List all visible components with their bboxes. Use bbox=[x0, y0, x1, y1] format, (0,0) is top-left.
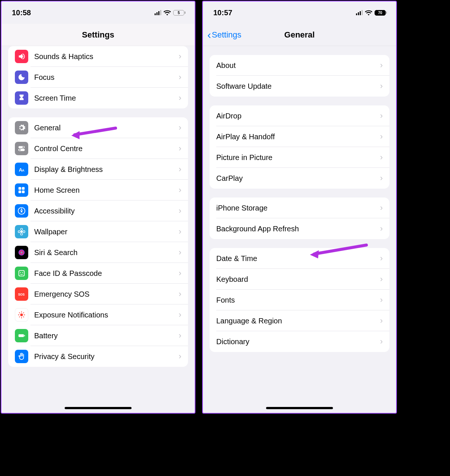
row-label: Accessibility bbox=[34, 207, 179, 215]
svg-rect-7 bbox=[22, 187, 25, 190]
row-label: Sounds & Haptics bbox=[34, 52, 179, 61]
row-wallpaper[interactable]: Wallpaper› bbox=[8, 221, 188, 242]
chevron-right-icon: › bbox=[380, 111, 383, 121]
row-battery[interactable]: Battery› bbox=[8, 325, 188, 346]
chevron-right-icon: › bbox=[179, 310, 181, 320]
wifi-icon bbox=[365, 10, 372, 16]
chevron-right-icon: › bbox=[380, 153, 383, 162]
general-group-2: AirDrop›AirPlay & Handoff›Picture in Pic… bbox=[210, 105, 389, 189]
speaker-icon bbox=[15, 50, 28, 63]
svg-point-16 bbox=[23, 231, 25, 233]
svg-rect-6 bbox=[19, 187, 21, 190]
row-label: Siri & Search bbox=[34, 248, 179, 257]
row-sounds-haptics[interactable]: Sounds & Haptics› bbox=[8, 46, 188, 67]
status-right: 5 bbox=[155, 10, 184, 16]
row-label: CarPlay bbox=[216, 174, 380, 183]
row-label: iPhone Storage bbox=[216, 204, 380, 212]
row-about[interactable]: About› bbox=[210, 55, 389, 76]
siri-icon bbox=[15, 246, 28, 259]
row-dictionary[interactable]: Dictionary› bbox=[210, 331, 389, 352]
svg-point-3 bbox=[19, 149, 20, 151]
row-label: Display & Brightness bbox=[34, 165, 179, 174]
svg-rect-31 bbox=[19, 334, 24, 337]
row-exposure-notifications[interactable]: Exposure Notifications› bbox=[8, 304, 188, 325]
chevron-right-icon: › bbox=[179, 144, 181, 153]
cellular-icon bbox=[356, 10, 363, 15]
wifi-icon bbox=[164, 10, 171, 16]
svg-rect-18 bbox=[19, 271, 25, 276]
row-privacy-security[interactable]: Privacy & Security› bbox=[8, 346, 188, 367]
settings-group-2: General›Control Centre›AADisplay & Brigh… bbox=[8, 117, 188, 367]
row-screen-time[interactable]: Screen Time› bbox=[8, 88, 188, 108]
page-title: Settings bbox=[82, 30, 114, 40]
back-label: Settings bbox=[212, 30, 242, 40]
row-label: Fonts bbox=[216, 296, 380, 304]
sos-icon: SOS bbox=[15, 287, 28, 301]
row-general[interactable]: General› bbox=[8, 117, 188, 138]
svg-point-22 bbox=[20, 313, 23, 316]
row-fonts[interactable]: Fonts› bbox=[210, 290, 389, 310]
general-group-3: iPhone Storage›Background App Refresh› bbox=[210, 198, 389, 239]
svg-point-11 bbox=[21, 209, 22, 210]
row-label: Software Update bbox=[216, 82, 380, 91]
status-bar: 10:57 70 bbox=[203, 1, 396, 24]
row-date-time[interactable]: Date & Time› bbox=[210, 248, 389, 269]
svg-text:A: A bbox=[22, 169, 25, 172]
back-button[interactable]: ‹ Settings bbox=[207, 29, 242, 40]
svg-point-20 bbox=[22, 272, 23, 273]
svg-point-15 bbox=[18, 231, 20, 233]
row-focus[interactable]: Focus› bbox=[8, 67, 188, 88]
svg-point-2 bbox=[23, 146, 24, 148]
moon-icon bbox=[15, 71, 28, 84]
row-siri-search[interactable]: Siri & Search› bbox=[8, 242, 188, 263]
row-keyboard[interactable]: Keyboard› bbox=[210, 269, 389, 290]
row-label: Picture in Picture bbox=[216, 153, 380, 162]
hourglass-icon bbox=[15, 91, 28, 105]
row-language-region[interactable]: Language & Region› bbox=[210, 310, 389, 331]
chevron-right-icon: › bbox=[179, 352, 181, 361]
row-airplay-handoff[interactable]: AirPlay & Handoff› bbox=[210, 126, 389, 147]
row-label: About bbox=[216, 61, 380, 70]
row-label: Focus bbox=[34, 73, 179, 82]
chevron-right-icon: › bbox=[179, 185, 181, 195]
chevron-right-icon: › bbox=[380, 254, 383, 263]
svg-line-27 bbox=[19, 313, 20, 313]
general-group-4: Date & Time›Keyboard›Fonts›Language & Re… bbox=[210, 248, 389, 352]
row-emergency-sos[interactable]: SOSEmergency SOS› bbox=[8, 284, 188, 304]
row-picture-in-picture[interactable]: Picture in Picture› bbox=[210, 147, 389, 168]
svg-text:SOS: SOS bbox=[18, 293, 25, 296]
page-title: General bbox=[284, 30, 315, 40]
svg-point-13 bbox=[20, 228, 23, 231]
row-label: AirDrop bbox=[216, 112, 380, 120]
battery-icon: 5 bbox=[173, 10, 184, 16]
row-label: Background App Refresh bbox=[216, 225, 380, 233]
chevron-right-icon: › bbox=[179, 72, 181, 82]
row-face-id-passcode[interactable]: Face ID & Passcode› bbox=[8, 263, 188, 284]
chevron-right-icon: › bbox=[179, 268, 181, 278]
row-iphone-storage[interactable]: iPhone Storage› bbox=[210, 198, 389, 218]
row-home-screen[interactable]: Home Screen› bbox=[8, 180, 188, 200]
row-label: Control Centre bbox=[34, 144, 179, 153]
row-airdrop[interactable]: AirDrop› bbox=[210, 105, 389, 126]
row-label: Language & Region bbox=[216, 317, 380, 325]
chevron-right-icon: › bbox=[380, 337, 383, 346]
row-carplay[interactable]: CarPlay› bbox=[210, 168, 389, 189]
row-software-update[interactable]: Software Update› bbox=[210, 76, 389, 97]
row-control-centre[interactable]: Control Centre› bbox=[8, 138, 188, 159]
row-display-brightness[interactable]: AADisplay & Brightness› bbox=[8, 159, 188, 180]
flower-icon bbox=[15, 225, 28, 238]
row-label: AirPlay & Handoff bbox=[216, 133, 380, 141]
row-background-app-refresh[interactable]: Background App Refresh› bbox=[210, 218, 389, 239]
cellular-icon bbox=[155, 10, 161, 15]
row-accessibility[interactable]: Accessibility› bbox=[8, 200, 188, 221]
svg-line-28 bbox=[23, 317, 24, 317]
chevron-right-icon: › bbox=[380, 61, 383, 70]
chevron-right-icon: › bbox=[179, 93, 181, 103]
home-indicator[interactable] bbox=[65, 407, 132, 409]
status-time: 10:57 bbox=[213, 9, 232, 17]
row-label: Date & Time bbox=[216, 254, 380, 263]
access-icon bbox=[15, 204, 28, 218]
home-indicator[interactable] bbox=[266, 407, 333, 409]
chevron-right-icon: › bbox=[179, 164, 181, 174]
phone-general: 10:57 70 ‹ Settings General About›Softwa… bbox=[202, 1, 397, 414]
